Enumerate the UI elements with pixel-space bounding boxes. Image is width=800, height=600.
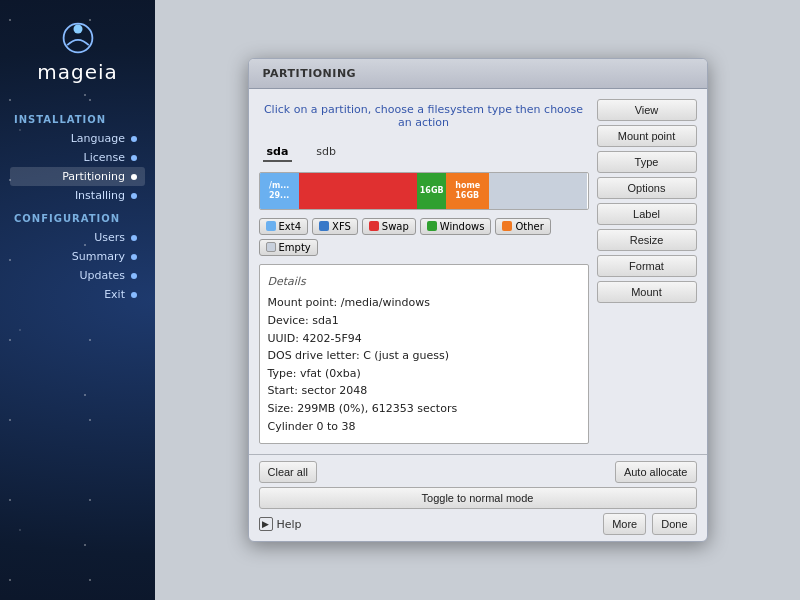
resize-button[interactable]: Resize: [597, 229, 697, 251]
sidebar-item-label: Summary: [72, 250, 125, 263]
partition-legend: Ext4 XFS Swap Windows: [259, 218, 589, 256]
more-done-buttons: More Done: [603, 513, 696, 535]
sidebar-dot-updates: [131, 273, 137, 279]
sidebar: mageia INSTALLATION Language License Par…: [0, 0, 155, 600]
details-device: Device: sda1: [268, 312, 580, 330]
details-size: Size: 299MB (0%), 612353 sectors: [268, 400, 580, 418]
options-button[interactable]: Options: [597, 177, 697, 199]
details-uuid: UUID: 4202-5F94: [268, 330, 580, 348]
sidebar-item-summary[interactable]: Summary: [10, 247, 145, 266]
details-start: Start: sector 2048: [268, 382, 580, 400]
details-dos-drive: DOS drive letter: C (just a guess): [268, 347, 580, 365]
legend-swap[interactable]: Swap: [362, 218, 416, 235]
mageia-logo-icon: [60, 20, 96, 56]
legend-dot-other: [502, 221, 512, 231]
logo-text: mageia: [37, 60, 118, 84]
legend-label-swap: Swap: [382, 221, 409, 232]
partitioning-dialog: PARTITIONING Click on a partition, choos…: [248, 58, 708, 542]
mount-point-button[interactable]: Mount point: [597, 125, 697, 147]
svg-point-1: [73, 25, 82, 34]
help-icon: ▶: [259, 517, 273, 531]
legend-other[interactable]: Other: [495, 218, 550, 235]
sidebar-item-installing[interactable]: Installing: [10, 186, 145, 205]
sidebar-item-label: Exit: [104, 288, 125, 301]
clear-all-button[interactable]: Clear all: [259, 461, 317, 483]
sidebar-item-users[interactable]: Users: [10, 228, 145, 247]
dialog-left: Click on a partition, choose a filesyste…: [259, 99, 589, 444]
legend-label-windows: Windows: [440, 221, 485, 232]
help-link[interactable]: ▶ Help: [259, 517, 302, 531]
toggle-button[interactable]: Toggle to normal mode: [259, 487, 697, 509]
sidebar-dot-language: [131, 136, 137, 142]
done-button[interactable]: Done: [652, 513, 696, 535]
dialog-right-buttons: View Mount point Type Options Label Resi…: [597, 99, 697, 444]
partition-bar[interactable]: /m...29... 16GB home16GB: [259, 172, 589, 210]
sidebar-item-label: Updates: [79, 269, 125, 282]
view-button[interactable]: View: [597, 99, 697, 121]
legend-label-other: Other: [515, 221, 543, 232]
legend-dot-xfs: [319, 221, 329, 231]
legend-empty[interactable]: Empty: [259, 239, 318, 256]
type-button[interactable]: Type: [597, 151, 697, 173]
configuration-section: CONFIGURATION Users Summary Updates Exit: [0, 213, 155, 304]
legend-label-empty: Empty: [279, 242, 311, 253]
auto-allocate-button[interactable]: Auto allocate: [615, 461, 697, 483]
sidebar-item-label: Users: [94, 231, 125, 244]
sidebar-dot-users: [131, 235, 137, 241]
logo-area: mageia: [37, 20, 118, 84]
details-title: Details: [268, 273, 580, 291]
partition-segment-1[interactable]: [299, 173, 371, 209]
disk-tab-sdb[interactable]: sdb: [312, 143, 340, 162]
sidebar-dot-installing: [131, 193, 137, 199]
legend-dot-swap: [369, 221, 379, 231]
legend-xfs[interactable]: XFS: [312, 218, 358, 235]
sidebar-item-label: Partitioning: [62, 170, 125, 183]
main-area: PARTITIONING Click on a partition, choos…: [155, 0, 800, 600]
more-button[interactable]: More: [603, 513, 646, 535]
configuration-title: CONFIGURATION: [14, 213, 145, 224]
sidebar-item-exit[interactable]: Exit: [10, 285, 145, 304]
details-cylinder: Cylinder 0 to 38: [268, 418, 580, 436]
disk-selector: sda sdb: [259, 141, 589, 164]
format-button[interactable]: Format: [597, 255, 697, 277]
bottom-row-3: ▶ Help More Done: [259, 513, 697, 535]
partition-segment-0[interactable]: /m...29...: [260, 173, 299, 209]
installation-section: INSTALLATION Language License Partitioni…: [0, 114, 155, 205]
installation-title: INSTALLATION: [14, 114, 145, 125]
partition-segment-5[interactable]: [489, 173, 587, 209]
sidebar-item-license[interactable]: License: [10, 148, 145, 167]
details-box: Details Mount point: /media/windows Devi…: [259, 264, 589, 444]
sidebar-item-partitioning[interactable]: Partitioning: [10, 167, 145, 186]
dialog-body: Click on a partition, choose a filesyste…: [249, 89, 707, 454]
help-label: Help: [277, 518, 302, 531]
partition-segment-2[interactable]: [371, 173, 417, 209]
label-button[interactable]: Label: [597, 203, 697, 225]
sidebar-dot-summary: [131, 254, 137, 260]
sidebar-dot-partitioning: [131, 174, 137, 180]
dialog-title: PARTITIONING: [249, 59, 707, 89]
dialog-bottom: Clear all Auto allocate Toggle to normal…: [249, 454, 707, 541]
partition-segment-3[interactable]: 16GB: [417, 173, 447, 209]
sidebar-item-updates[interactable]: Updates: [10, 266, 145, 285]
instruction-text: Click on a partition, choose a filesyste…: [259, 99, 589, 133]
legend-label-ext4: Ext4: [279, 221, 302, 232]
bottom-row-2: Toggle to normal mode: [259, 487, 697, 509]
legend-dot-windows: [427, 221, 437, 231]
legend-windows[interactable]: Windows: [420, 218, 492, 235]
sidebar-item-label: License: [84, 151, 125, 164]
legend-dot-empty: [266, 242, 276, 252]
bottom-row-1: Clear all Auto allocate: [259, 461, 697, 483]
sidebar-dot-license: [131, 155, 137, 161]
legend-ext4[interactable]: Ext4: [259, 218, 309, 235]
disk-tab-sda[interactable]: sda: [263, 143, 293, 162]
sidebar-item-label: Language: [71, 132, 125, 145]
legend-label-xfs: XFS: [332, 221, 351, 232]
partition-segment-4[interactable]: home16GB: [446, 173, 489, 209]
sidebar-item-label: Installing: [75, 189, 125, 202]
details-type: Type: vfat (0xba): [268, 365, 580, 383]
sidebar-dot-exit: [131, 292, 137, 298]
legend-dot-ext4: [266, 221, 276, 231]
details-mount-point: Mount point: /media/windows: [268, 294, 580, 312]
sidebar-item-language[interactable]: Language: [10, 129, 145, 148]
mount-button[interactable]: Mount: [597, 281, 697, 303]
